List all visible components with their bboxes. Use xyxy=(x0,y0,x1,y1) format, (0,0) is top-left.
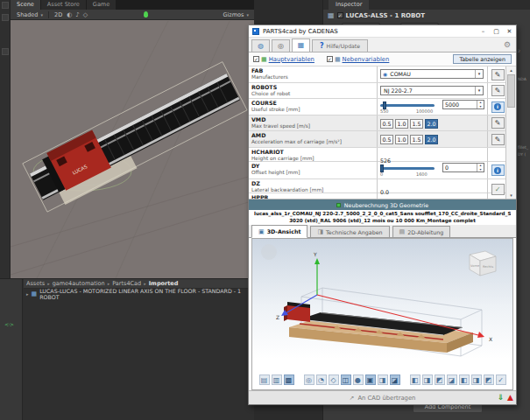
edit-button[interactable]: ✎ xyxy=(491,117,505,129)
accel-option[interactable]: 1.5 xyxy=(410,135,423,144)
info-button[interactable]: i xyxy=(491,102,505,113)
audio-icon[interactable]: ♪ xyxy=(75,11,79,18)
prefab-icon: ▦ xyxy=(32,290,38,298)
tab-asset-store[interactable]: Asset Store xyxy=(41,0,86,10)
transfer-to-cad-button[interactable]: An CAD übertragen xyxy=(357,395,415,402)
active-checkbox[interactable]: ✓ xyxy=(337,12,343,18)
2d-toggle[interactable]: 2D xyxy=(54,11,62,18)
download-ok-icon[interactable]: ⇓ xyxy=(497,393,504,402)
scene-3d-viewport[interactable]: LUCAS xyxy=(11,21,254,278)
edit-button[interactable]: ✎ xyxy=(491,69,505,80)
robot-select[interactable]: NJ 220-2.7 ▾ xyxy=(380,86,484,95)
part-tab[interactable]: ▦ xyxy=(292,38,310,52)
inspector-text-fragment: NDA xyxy=(518,77,526,81)
tab-2d-derivation[interactable]: ▤ 2D-Ableitung xyxy=(392,226,451,237)
speed-option[interactable]: 1.5 xyxy=(410,119,423,129)
screen-view-icon[interactable]: ▣ xyxy=(365,374,376,385)
view-back-icon[interactable]: ◩ xyxy=(435,374,445,385)
3d-view-icon: ▣ xyxy=(258,228,265,235)
view-front-icon[interactable]: ◨ xyxy=(422,374,433,385)
shaded-dropdown[interactable]: Shaded ▾ xyxy=(14,11,46,18)
dialog-titlebar[interactable]: PARTS4cad by CADENAS – ▢ ✕ xyxy=(249,25,516,38)
secondary-variables-checkbox[interactable]: ✓ xyxy=(327,56,333,62)
view-left-icon[interactable]: ◪ xyxy=(447,374,457,385)
script-icon[interactable]: <·> xyxy=(4,321,13,327)
speed-segment-group: 0.5 1.0 1.5 2.0 xyxy=(380,119,484,129)
breadcrumb-item[interactable]: Parts4Cad xyxy=(112,280,141,287)
tab-inspector[interactable]: Inspector xyxy=(329,0,369,10)
scroll-down-icon[interactable]: ▾ xyxy=(506,192,516,199)
main-variables-link[interactable]: Hauptvariablen xyxy=(269,56,314,63)
speed-option[interactable]: 1.0 xyxy=(395,119,408,129)
chevron-down-icon[interactable]: ▾ xyxy=(475,70,483,78)
breadcrumb-item-current[interactable]: Imported xyxy=(149,280,179,287)
catalog-tab[interactable]: ◍ xyxy=(251,39,270,52)
param-name: COURSE xyxy=(251,100,374,107)
view-bottom-icon[interactable]: ◩ xyxy=(484,374,494,385)
project-asset-item[interactable]: ▸ ▦ LUCAS-LUCAS - MOTORIZED LINEAR AXIS … xyxy=(24,289,254,298)
accel-option-selected[interactable]: 2.0 xyxy=(425,135,438,144)
cube-view-icon[interactable]: ◪ xyxy=(390,374,400,385)
search-tab[interactable]: ◎ xyxy=(272,39,290,52)
confirm-view-icon[interactable]: ✓ xyxy=(496,374,506,385)
form-scrollbar[interactable]: ▴ ▾ xyxy=(505,66,516,199)
view-cube[interactable]: Vorne Rechts xyxy=(470,251,496,276)
breadcrumb-item[interactable]: Assets xyxy=(26,280,45,287)
rotate-tool-icon[interactable]: ◔ xyxy=(316,374,327,385)
green-droplet-icon[interactable] xyxy=(144,11,148,18)
edit-button[interactable]: ✎ xyxy=(491,85,505,96)
help-update-tab[interactable]: ? Hilfe/Update xyxy=(312,39,368,52)
close-button[interactable]: ✕ xyxy=(503,28,516,35)
gizmos-dropdown[interactable]: Gizmos ▾ xyxy=(223,11,249,18)
breadcrumb-item[interactable]: game4automation xyxy=(53,280,105,287)
stroke-spinbox[interactable]: 5000 ▴▾ xyxy=(442,100,484,109)
scrollbar-thumb[interactable] xyxy=(507,74,515,108)
view-right-icon[interactable]: ◧ xyxy=(459,374,470,385)
scroll-up-icon[interactable]: ▴ xyxy=(506,66,516,74)
panel-icon[interactable] xyxy=(2,2,9,9)
offset-spinbox[interactable]: 0 ▴▾ xyxy=(442,163,484,172)
view-top-icon[interactable]: ◨ xyxy=(471,374,482,385)
edit-button[interactable]: ✎ xyxy=(491,134,505,145)
tab-label: Technische Angaben xyxy=(326,229,382,235)
split-view-icon[interactable]: ◫ xyxy=(341,374,351,385)
zoom-tool-icon[interactable]: ◎ xyxy=(304,374,314,385)
show-table-button[interactable]: Tabelle anzeigen xyxy=(453,54,512,64)
tab-game[interactable]: Game xyxy=(87,0,116,10)
gear-icon[interactable]: ⚙ xyxy=(504,40,511,49)
shaded-view-icon[interactable]: ● xyxy=(353,374,364,385)
panel-icon[interactable] xyxy=(2,14,9,21)
annotation-view-icon[interactable]: ◨ xyxy=(378,374,388,385)
lighting-icon[interactable]: ◐ xyxy=(67,11,72,18)
chevron-down-icon[interactable]: ▾ xyxy=(475,87,483,94)
effects-icon[interactable]: ◇ xyxy=(83,11,88,18)
maximize-button[interactable]: ▢ xyxy=(490,28,503,35)
tab-scene[interactable]: Scene xyxy=(11,0,40,10)
view-iso-icon[interactable]: ◧ xyxy=(410,374,420,385)
speed-option[interactable]: 0.5 xyxy=(380,119,393,129)
tab-3d-view[interactable]: ▣ 3D-Ansicht xyxy=(251,225,307,238)
spin-down-icon[interactable]: ▾ xyxy=(477,105,484,109)
tab-technical-data[interactable]: ◨ Technische Angaben xyxy=(310,226,389,237)
section-view-icon[interactable]: ▤ xyxy=(259,374,270,385)
manufacturer-select[interactable]: ◉ COMAU ▾ xyxy=(380,69,484,79)
spin-down-icon[interactable]: ▾ xyxy=(477,168,484,172)
info-button[interactable]: i xyxy=(491,164,505,176)
accel-option[interactable]: 1.0 xyxy=(395,135,408,144)
offset-slider[interactable] xyxy=(380,167,435,170)
foldout-arrow-icon[interactable]: ▸ xyxy=(26,291,29,297)
iso-view-db-icon[interactable]: ▥ xyxy=(272,374,282,385)
minimize-button[interactable]: – xyxy=(477,28,490,35)
secondary-variables-link[interactable]: Nebenvariablen xyxy=(343,56,390,63)
stroke-slider[interactable] xyxy=(380,104,435,107)
warning-icon[interactable]: ▲ xyxy=(507,393,513,402)
preview-3d-canvas[interactable]: Y Z X Vorne Rechts xyxy=(252,239,513,370)
pan-tool-icon[interactable]: ◇ xyxy=(329,374,339,385)
panel-icon[interactable] xyxy=(2,48,9,55)
solid-view-db-icon[interactable]: ▩ xyxy=(284,374,294,385)
main-variables-checkbox[interactable]: ✓ xyxy=(253,56,259,62)
accel-option[interactable]: 0.5 xyxy=(380,135,393,144)
speed-option-selected[interactable]: 2.0 xyxy=(425,119,438,129)
preview-area: Y Z X Vorne Rechts ▤▥▩◎◔◇◫●▣◨◪◧◨◩◪◧◨◩✓ xyxy=(251,238,513,390)
manufacturer-icon: ◉ xyxy=(383,71,387,77)
